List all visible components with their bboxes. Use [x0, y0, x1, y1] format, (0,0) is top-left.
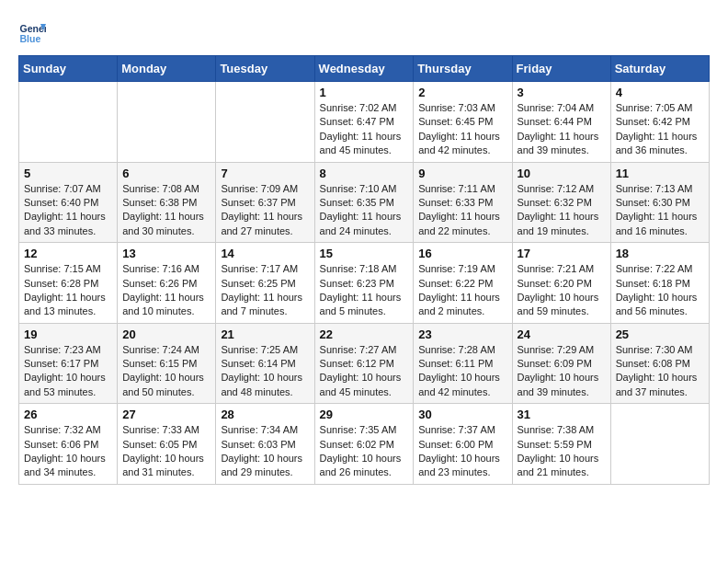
day-info: Sunrise: 7:07 AM Sunset: 6:40 PM Dayligh…: [24, 182, 112, 239]
day-number: 1: [320, 86, 409, 99]
day-info: Sunrise: 7:28 AM Sunset: 6:11 PM Dayligh…: [418, 343, 506, 400]
day-number: 6: [122, 167, 210, 180]
day-info: Sunrise: 7:18 AM Sunset: 6:23 PM Dayligh…: [320, 262, 409, 319]
day-number: 30: [418, 408, 506, 421]
day-info: Sunrise: 7:17 AM Sunset: 6:25 PM Dayligh…: [221, 262, 309, 319]
day-number: 29: [320, 408, 409, 421]
calendar-week-row: 19Sunrise: 7:23 AM Sunset: 6:17 PM Dayli…: [19, 323, 710, 404]
day-info: Sunrise: 7:05 AM Sunset: 6:42 PM Dayligh…: [616, 101, 704, 158]
day-header-monday: Monday: [118, 56, 216, 82]
calendar-cell: [118, 82, 216, 163]
day-info: Sunrise: 7:24 AM Sunset: 6:15 PM Dayligh…: [122, 343, 210, 400]
day-header-wednesday: Wednesday: [314, 56, 414, 82]
day-header-thursday: Thursday: [414, 56, 512, 82]
logo-icon: General Blue: [18, 18, 46, 46]
day-number: 12: [24, 247, 112, 260]
day-number: 3: [518, 86, 606, 99]
day-info: Sunrise: 7:27 AM Sunset: 6:12 PM Dayligh…: [320, 343, 409, 400]
calendar-cell: 20Sunrise: 7:24 AM Sunset: 6:15 PM Dayli…: [118, 323, 216, 404]
calendar-cell: 8Sunrise: 7:10 AM Sunset: 6:35 PM Daylig…: [314, 162, 414, 243]
day-header-saturday: Saturday: [610, 56, 709, 82]
calendar-cell: 17Sunrise: 7:21 AM Sunset: 6:20 PM Dayli…: [512, 243, 610, 324]
day-number: 25: [616, 327, 704, 341]
calendar-cell: [19, 82, 118, 163]
day-info: Sunrise: 7:13 AM Sunset: 6:30 PM Dayligh…: [616, 182, 704, 239]
calendar-cell: 30Sunrise: 7:37 AM Sunset: 6:00 PM Dayli…: [414, 404, 512, 485]
day-info: Sunrise: 7:37 AM Sunset: 6:00 PM Dayligh…: [418, 423, 506, 480]
calendar-cell: 11Sunrise: 7:13 AM Sunset: 6:30 PM Dayli…: [610, 162, 709, 243]
day-info: Sunrise: 7:15 AM Sunset: 6:28 PM Dayligh…: [24, 262, 112, 319]
calendar-cell: 23Sunrise: 7:28 AM Sunset: 6:11 PM Dayli…: [414, 323, 512, 404]
calendar-cell: [216, 82, 314, 163]
day-info: Sunrise: 7:04 AM Sunset: 6:44 PM Dayligh…: [518, 101, 606, 158]
calendar-cell: [610, 404, 709, 485]
day-info: Sunrise: 7:33 AM Sunset: 6:05 PM Dayligh…: [122, 423, 210, 480]
calendar-cell: 5Sunrise: 7:07 AM Sunset: 6:40 PM Daylig…: [19, 162, 118, 243]
calendar-table: SundayMondayTuesdayWednesdayThursdayFrid…: [18, 55, 710, 485]
calendar-cell: 21Sunrise: 7:25 AM Sunset: 6:14 PM Dayli…: [216, 323, 314, 404]
calendar-week-row: 1Sunrise: 7:02 AM Sunset: 6:47 PM Daylig…: [19, 82, 710, 163]
day-header-tuesday: Tuesday: [216, 56, 314, 82]
day-info: Sunrise: 7:08 AM Sunset: 6:38 PM Dayligh…: [122, 182, 210, 239]
day-number: 23: [418, 327, 506, 341]
day-info: Sunrise: 7:22 AM Sunset: 6:18 PM Dayligh…: [616, 262, 704, 319]
day-info: Sunrise: 7:12 AM Sunset: 6:32 PM Dayligh…: [518, 182, 606, 239]
day-info: Sunrise: 7:10 AM Sunset: 6:35 PM Dayligh…: [320, 182, 409, 239]
day-info: Sunrise: 7:11 AM Sunset: 6:33 PM Dayligh…: [418, 182, 506, 239]
day-number: 18: [616, 247, 704, 260]
day-info: Sunrise: 7:30 AM Sunset: 6:08 PM Dayligh…: [616, 343, 704, 400]
svg-text:Blue: Blue: [20, 33, 41, 44]
calendar-cell: 26Sunrise: 7:32 AM Sunset: 6:06 PM Dayli…: [19, 404, 118, 485]
day-number: 9: [418, 167, 506, 180]
calendar-week-row: 26Sunrise: 7:32 AM Sunset: 6:06 PM Dayli…: [19, 404, 710, 485]
day-number: 15: [320, 247, 409, 260]
day-info: Sunrise: 7:03 AM Sunset: 6:45 PM Dayligh…: [418, 101, 506, 158]
day-number: 4: [616, 86, 704, 99]
day-header-friday: Friday: [512, 56, 610, 82]
day-number: 7: [221, 167, 309, 180]
day-number: 5: [24, 167, 112, 180]
day-info: Sunrise: 7:09 AM Sunset: 6:37 PM Dayligh…: [221, 182, 309, 239]
calendar-cell: 28Sunrise: 7:34 AM Sunset: 6:03 PM Dayli…: [216, 404, 314, 485]
day-number: 11: [616, 167, 704, 180]
day-info: Sunrise: 7:19 AM Sunset: 6:22 PM Dayligh…: [418, 262, 506, 319]
calendar-cell: 4Sunrise: 7:05 AM Sunset: 6:42 PM Daylig…: [610, 82, 709, 163]
calendar-cell: 15Sunrise: 7:18 AM Sunset: 6:23 PM Dayli…: [314, 243, 414, 324]
calendar-cell: 14Sunrise: 7:17 AM Sunset: 6:25 PM Dayli…: [216, 243, 314, 324]
day-info: Sunrise: 7:34 AM Sunset: 6:03 PM Dayligh…: [221, 423, 309, 480]
day-number: 21: [221, 327, 309, 341]
calendar-week-row: 5Sunrise: 7:07 AM Sunset: 6:40 PM Daylig…: [19, 162, 710, 243]
calendar-cell: 18Sunrise: 7:22 AM Sunset: 6:18 PM Dayli…: [610, 243, 709, 324]
day-number: 19: [24, 327, 112, 341]
day-info: Sunrise: 7:29 AM Sunset: 6:09 PM Dayligh…: [518, 343, 606, 400]
calendar-cell: 10Sunrise: 7:12 AM Sunset: 6:32 PM Dayli…: [512, 162, 610, 243]
day-number: 27: [122, 408, 210, 421]
calendar-cell: 13Sunrise: 7:16 AM Sunset: 6:26 PM Dayli…: [118, 243, 216, 324]
calendar-cell: 6Sunrise: 7:08 AM Sunset: 6:38 PM Daylig…: [118, 162, 216, 243]
calendar-cell: 7Sunrise: 7:09 AM Sunset: 6:37 PM Daylig…: [216, 162, 314, 243]
day-info: Sunrise: 7:02 AM Sunset: 6:47 PM Dayligh…: [320, 101, 409, 158]
day-number: 24: [518, 327, 606, 341]
day-number: 13: [122, 247, 210, 260]
day-number: 10: [518, 167, 606, 180]
calendar-cell: 16Sunrise: 7:19 AM Sunset: 6:22 PM Dayli…: [414, 243, 512, 324]
day-number: 26: [24, 408, 112, 421]
day-number: 2: [418, 86, 506, 99]
day-number: 8: [320, 167, 409, 180]
calendar-cell: 12Sunrise: 7:15 AM Sunset: 6:28 PM Dayli…: [19, 243, 118, 324]
day-info: Sunrise: 7:25 AM Sunset: 6:14 PM Dayligh…: [221, 343, 309, 400]
day-number: 20: [122, 327, 210, 341]
day-number: 17: [518, 247, 606, 260]
calendar-cell: 24Sunrise: 7:29 AM Sunset: 6:09 PM Dayli…: [512, 323, 610, 404]
day-number: 22: [320, 327, 409, 341]
day-info: Sunrise: 7:35 AM Sunset: 6:02 PM Dayligh…: [320, 423, 409, 480]
calendar-cell: 2Sunrise: 7:03 AM Sunset: 6:45 PM Daylig…: [414, 82, 512, 163]
day-number: 14: [221, 247, 309, 260]
calendar-cell: 29Sunrise: 7:35 AM Sunset: 6:02 PM Dayli…: [314, 404, 414, 485]
calendar-cell: 9Sunrise: 7:11 AM Sunset: 6:33 PM Daylig…: [414, 162, 512, 243]
day-info: Sunrise: 7:38 AM Sunset: 5:59 PM Dayligh…: [518, 423, 606, 480]
calendar-cell: 19Sunrise: 7:23 AM Sunset: 6:17 PM Dayli…: [19, 323, 118, 404]
day-info: Sunrise: 7:16 AM Sunset: 6:26 PM Dayligh…: [122, 262, 210, 319]
day-number: 28: [221, 408, 309, 421]
day-info: Sunrise: 7:21 AM Sunset: 6:20 PM Dayligh…: [518, 262, 606, 319]
